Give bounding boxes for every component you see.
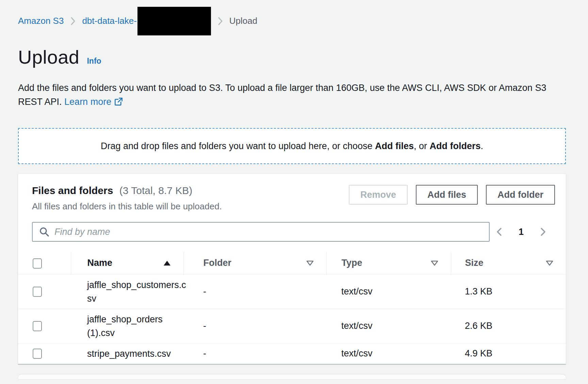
panel-subtitle: All files and folders in this table will… xyxy=(32,201,222,212)
external-link-icon xyxy=(114,97,123,106)
intro-text: Add the files and folders you want to up… xyxy=(18,81,562,109)
file-type: text/csv xyxy=(326,274,451,309)
file-folder: - xyxy=(183,274,326,309)
column-header-name[interactable]: Name xyxy=(71,252,183,274)
dropzone-text: Drag and drop files and folders you want… xyxy=(101,141,483,151)
panel-summary: (3 Total, 8.7 KB) xyxy=(119,185,193,196)
pagination-current-page[interactable]: 1 xyxy=(519,227,524,237)
pagination-next-button[interactable] xyxy=(537,225,549,238)
sort-ascending-icon xyxy=(163,260,183,266)
search-input[interactable] xyxy=(54,227,483,237)
file-type: text/csv xyxy=(326,309,451,343)
breadcrumb: Amazon S3 dbt-data-lake- Upload xyxy=(18,16,566,26)
panel-heading: Files and folders (3 Total, 8.7 KB) All … xyxy=(32,185,222,212)
sort-descending-icon xyxy=(306,260,326,266)
sort-descending-icon xyxy=(430,260,451,266)
row-checkbox[interactable] xyxy=(33,349,42,359)
drag-drop-zone[interactable]: Drag and drop files and folders you want… xyxy=(18,128,566,164)
breadcrumb-chevron-icon xyxy=(70,16,76,26)
files-and-folders-panel: Files and folders (3 Total, 8.7 KB) All … xyxy=(18,174,566,364)
file-name: jaffle_shop_customers.csv xyxy=(87,278,186,305)
column-header-size[interactable]: Size xyxy=(451,252,566,274)
breadcrumb-chevron-icon xyxy=(217,16,223,26)
table-row: jaffle_shop_orders (1).csv - text/csv 2.… xyxy=(18,309,566,343)
select-all-checkbox[interactable] xyxy=(33,258,42,269)
row-checkbox[interactable] xyxy=(33,287,42,297)
next-panel-edge xyxy=(18,374,566,379)
pagination: 1 xyxy=(493,225,549,238)
row-checkbox[interactable] xyxy=(33,321,42,331)
search-box xyxy=(32,222,490,242)
breadcrumb-bucket-link[interactable]: dbt-data-lake- xyxy=(82,16,136,26)
table-header-row: Name Folder xyxy=(18,252,566,274)
column-header-type[interactable]: Type xyxy=(326,252,451,274)
dropzone-add-files-label: Add files xyxy=(375,141,414,151)
file-folder: - xyxy=(183,309,326,343)
table-row: jaffle_shop_customers.csv - text/csv 1.3… xyxy=(18,274,566,309)
file-folder: - xyxy=(183,343,326,364)
file-size: 2.6 KB xyxy=(451,309,566,343)
file-size: 4.9 KB xyxy=(451,343,566,364)
redaction-box xyxy=(137,7,211,35)
add-folder-button[interactable]: Add folder xyxy=(486,185,555,205)
search-icon xyxy=(39,226,50,237)
file-name: jaffle_shop_orders (1).csv xyxy=(87,313,186,340)
breadcrumb-current: Upload xyxy=(229,16,257,26)
pagination-prev-button[interactable] xyxy=(493,225,505,238)
chevron-left-icon xyxy=(495,227,504,237)
learn-more-link[interactable]: Learn more xyxy=(64,97,123,107)
file-size: 1.3 KB xyxy=(451,274,566,309)
page-content: Amazon S3 dbt-data-lake- Upload Upload I… xyxy=(0,0,588,379)
column-header-folder[interactable]: Folder xyxy=(183,252,326,274)
page-title: Upload xyxy=(18,46,79,68)
file-type: text/csv xyxy=(326,343,451,364)
info-link[interactable]: Info xyxy=(87,57,101,66)
dropzone-add-folders-label: Add folders xyxy=(430,141,481,151)
remove-button[interactable]: Remove xyxy=(349,185,408,205)
chevron-right-icon xyxy=(539,227,548,237)
breadcrumb-amazon-s3[interactable]: Amazon S3 xyxy=(18,16,64,26)
file-name: stripe_payments.csv xyxy=(87,347,186,361)
page-header: Upload Info xyxy=(18,46,566,68)
panel-title: Files and folders xyxy=(32,185,113,196)
files-table: Name Folder xyxy=(18,252,566,364)
table-row: stripe_payments.csv - text/csv 4.9 KB xyxy=(18,343,566,364)
add-files-button[interactable]: Add files xyxy=(416,185,478,205)
panel-actions: Remove Add files Add folder xyxy=(349,185,555,205)
sort-descending-icon xyxy=(545,260,566,266)
